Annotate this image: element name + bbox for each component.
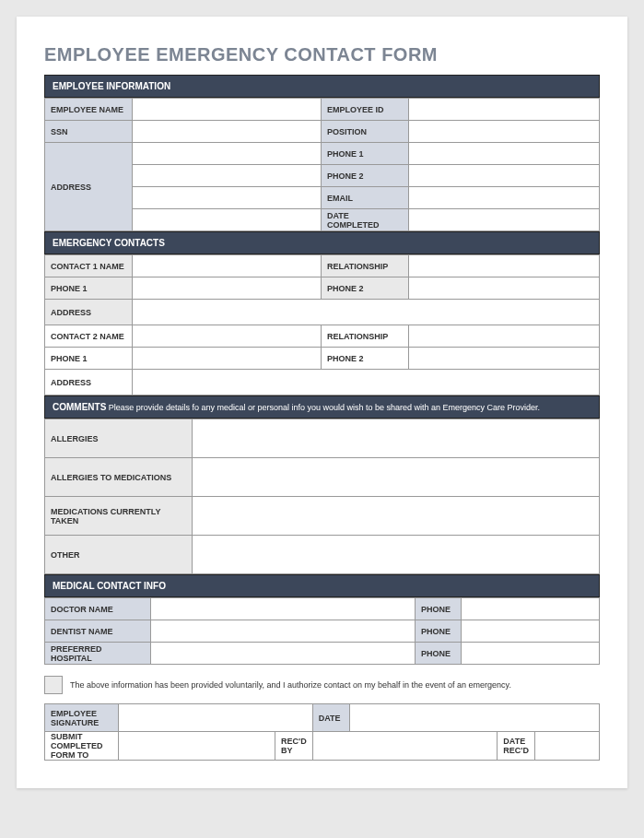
field-contact2-relationship[interactable] — [409, 325, 600, 348]
field-other[interactable] — [193, 536, 600, 574]
field-contact2-phone1[interactable] — [133, 348, 322, 370]
label-ssn: SSN — [45, 121, 133, 143]
label-contact1-phone1: PHONE 1 — [45, 277, 133, 300]
field-hospital-phone[interactable] — [462, 643, 600, 665]
authorization-checkbox[interactable] — [44, 676, 63, 694]
field-email[interactable] — [409, 187, 600, 209]
section-header-medical: MEDICAL CONTACT INFO — [44, 574, 600, 597]
authorization-text: The above information has been provided … — [70, 680, 511, 690]
label-allergies: ALLERGIES — [45, 419, 193, 458]
label-contact2-phone2: PHONE 2 — [322, 348, 409, 370]
label-hospital: PREFERRED HOSPITAL — [45, 643, 151, 665]
field-signature[interactable] — [119, 704, 313, 732]
label-date-completed: DATE COMPLETED — [322, 209, 409, 231]
field-contact1-relationship[interactable] — [409, 255, 600, 277]
label-email: EMAIL — [322, 187, 409, 209]
label-submit-to: SUBMIT COMPLETED FORM TO — [45, 732, 119, 761]
field-position[interactable] — [409, 121, 600, 143]
label-employee-name: EMPLOYEE NAME — [45, 99, 133, 121]
field-date-completed[interactable] — [409, 209, 600, 231]
label-contact1-address: ADDRESS — [45, 300, 133, 325]
medical-contact-table: DOCTOR NAME PHONE DENTIST NAME PHONE PRE… — [44, 597, 600, 665]
label-contact1-phone2: PHONE 2 — [322, 277, 409, 300]
form-page: EMPLOYEE EMERGENCY CONTACT FORM EMPLOYEE… — [17, 17, 627, 788]
field-contact2-address[interactable] — [133, 370, 600, 395]
field-meds-taken[interactable] — [193, 497, 600, 536]
label-allergies-meds: ALLERGIES TO MEDICATIONS — [45, 458, 193, 497]
label-dentist-phone: PHONE — [416, 620, 462, 643]
label-recd-by: REC'D BY — [275, 732, 313, 761]
label-phone2: PHONE 2 — [322, 165, 409, 187]
label-contact1-name: CONTACT 1 NAME — [45, 255, 133, 277]
label-signature: EMPLOYEE SIGNATURE — [45, 704, 119, 732]
comments-header-text: Please provide details fo any medical or… — [106, 403, 540, 412]
label-other: OTHER — [45, 536, 193, 574]
label-contact1-relationship: RELATIONSHIP — [322, 255, 409, 277]
field-submit-to[interactable] — [119, 732, 275, 761]
field-contact1-phone1[interactable] — [133, 277, 322, 300]
field-allergies-meds[interactable] — [193, 458, 600, 497]
field-address-2[interactable] — [133, 165, 322, 187]
page-title: EMPLOYEE EMERGENCY CONTACT FORM — [44, 44, 600, 65]
field-contact2-name[interactable] — [133, 325, 322, 348]
label-hospital-phone: PHONE — [416, 643, 462, 665]
label-signature-date: DATE — [312, 704, 349, 732]
field-allergies[interactable] — [193, 419, 600, 458]
label-doctor-phone: PHONE — [416, 598, 462, 620]
field-recd-by[interactable] — [312, 732, 498, 761]
comments-header-bold: COMMENTS — [53, 402, 106, 412]
emergency-contacts-table: CONTACT 1 NAME RELATIONSHIP PHONE 1 PHON… — [44, 254, 600, 395]
field-contact2-phone2[interactable] — [409, 348, 600, 370]
label-doctor: DOCTOR NAME — [45, 598, 151, 620]
field-hospital[interactable] — [151, 643, 416, 665]
field-contact1-address[interactable] — [133, 300, 600, 325]
field-phone2[interactable] — [409, 165, 600, 187]
field-doctor-phone[interactable] — [462, 598, 600, 620]
label-date-recd: DATE REC'D — [498, 732, 535, 761]
comments-table: ALLERGIES ALLERGIES TO MEDICATIONS MEDIC… — [44, 419, 600, 574]
section-header-comments: COMMENTS Please provide details fo any m… — [44, 395, 600, 419]
label-dentist: DENTIST NAME — [45, 620, 151, 643]
field-doctor[interactable] — [151, 598, 416, 620]
section-header-employee: EMPLOYEE INFORMATION — [44, 75, 600, 98]
field-dentist[interactable] — [151, 620, 416, 643]
label-contact2-relationship: RELATIONSHIP — [322, 325, 409, 348]
field-ssn[interactable] — [133, 121, 322, 143]
label-employee-id: EMPLOYEE ID — [322, 99, 409, 121]
field-dentist-phone[interactable] — [462, 620, 600, 643]
employee-info-table: EMPLOYEE NAME EMPLOYEE ID SSN POSITION A… — [44, 98, 600, 231]
signature-table: EMPLOYEE SIGNATURE DATE SUBMIT COMPLETED… — [44, 703, 600, 761]
field-contact1-name[interactable] — [133, 255, 322, 277]
field-contact1-phone2[interactable] — [409, 277, 600, 300]
field-signature-date[interactable] — [349, 704, 599, 732]
field-address-3[interactable] — [133, 187, 322, 209]
label-position: POSITION — [322, 121, 409, 143]
field-address-4[interactable] — [133, 209, 322, 231]
field-employee-name[interactable] — [133, 99, 322, 121]
label-contact2-phone1: PHONE 1 — [45, 348, 133, 370]
label-address: ADDRESS — [45, 143, 133, 231]
field-phone1[interactable] — [409, 143, 600, 165]
label-meds-taken: MEDICATIONS CURRENTLY TAKEN — [45, 497, 193, 536]
field-date-recd[interactable] — [535, 732, 600, 761]
section-header-emergency: EMERGENCY CONTACTS — [44, 231, 600, 254]
field-employee-id[interactable] — [409, 99, 600, 121]
label-contact2-name: CONTACT 2 NAME — [45, 325, 133, 348]
label-contact2-address: ADDRESS — [45, 370, 133, 395]
authorization-row: The above information has been provided … — [44, 676, 600, 694]
label-phone1: PHONE 1 — [322, 143, 409, 165]
field-address-1[interactable] — [133, 143, 322, 165]
